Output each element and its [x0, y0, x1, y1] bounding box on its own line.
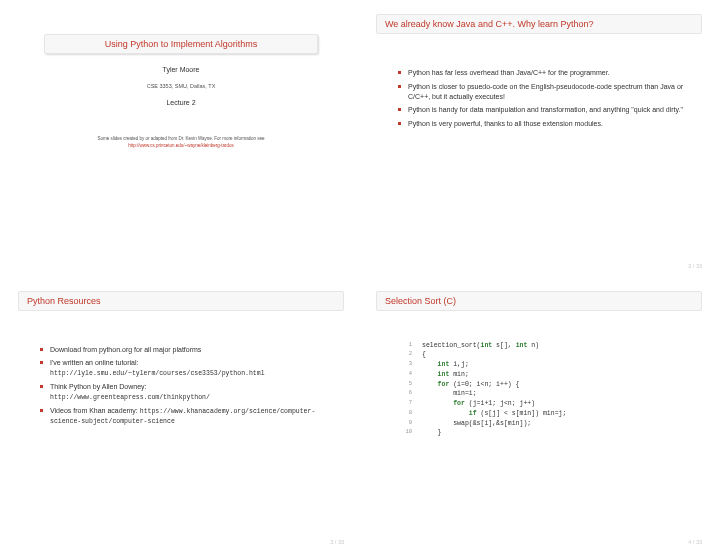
author: Tyler Moore — [4, 66, 358, 73]
code-text: int min; — [422, 371, 469, 378]
code-line: 8 if (s[j] < s[min]) min=j; — [398, 409, 688, 419]
code-line: 1selection_sort(int s[], int n) — [398, 341, 688, 351]
bullet-text: Download from python.org for all major p… — [50, 346, 201, 353]
code-line: 3 int i,j; — [398, 360, 688, 370]
slide3-bullets: Download from python.org for all major p… — [32, 345, 330, 427]
code-text: min=i; — [422, 390, 477, 397]
list-item: I've written an online tutorial: http://… — [40, 358, 330, 378]
slide2-title-bar: We already know Java and C++. Why learn … — [376, 14, 702, 34]
line-number: 3 — [398, 360, 412, 368]
slide-title-bar: Using Python to Implement Algorithms — [44, 34, 318, 54]
page-number: 3 / 33 — [330, 539, 344, 545]
bullet-text: Python is closer to psuedo-code on the E… — [408, 83, 683, 100]
page-number: 2 / 33 — [688, 263, 702, 269]
slide3-title: Python Resources — [27, 296, 101, 306]
code-line: 6 min=i; — [398, 389, 688, 399]
bullet-text: Videos from Khan academy: — [50, 407, 140, 414]
line-number: 7 — [398, 399, 412, 407]
credit-text: Some slides created by or adapted from D… — [97, 136, 264, 141]
slide3-title-bar: Python Resources — [18, 291, 344, 311]
slide-title: Using Python to Implement Algorithms Tyl… — [4, 4, 358, 277]
code-text: { — [422, 351, 426, 358]
code-text: } — [422, 429, 442, 436]
list-item: Python has far less overhead than Java/C… — [398, 68, 688, 78]
code-text: swap(&s[i],&s[min]); — [422, 420, 531, 427]
line-number: 4 — [398, 370, 412, 378]
code-text: int i,j; — [422, 361, 469, 368]
code-text: selection_sort(int s[], int n) — [422, 342, 539, 349]
slide2-title: We already know Java and C++. Why learn … — [385, 19, 593, 29]
code-line: 5 for (i=0; i<n; i++) { — [398, 380, 688, 390]
slide4-title-bar: Selection Sort (C) — [376, 291, 702, 311]
code-block: 1selection_sort(int s[], int n)2{3 int i… — [398, 341, 688, 439]
code-line: 4 int min; — [398, 370, 688, 380]
line-number: 1 — [398, 341, 412, 349]
line-number: 9 — [398, 419, 412, 427]
bullet-text: Python has far less overhead than Java/C… — [408, 69, 610, 76]
code-line: 9 swap(&s[i],&s[min]); — [398, 419, 688, 429]
line-number: 6 — [398, 389, 412, 397]
slide4-title: Selection Sort (C) — [385, 296, 456, 306]
list-item: Download from python.org for all major p… — [40, 345, 330, 355]
code-text: for (j=i+1; j<n; j++) — [422, 400, 535, 407]
code-text: if (s[j] < s[min]) min=j; — [422, 410, 566, 417]
page-number: 4 / 33 — [688, 539, 702, 545]
code-line: 2{ — [398, 350, 688, 360]
credits: Some slides created by or adapted from D… — [4, 136, 358, 150]
line-number: 5 — [398, 380, 412, 388]
list-item: Videos from Khan academy: https://www.kh… — [40, 406, 330, 426]
lecture: Lecture 2 — [4, 99, 358, 106]
slide-why-python: We already know Java and C++. Why learn … — [362, 4, 716, 277]
line-number: 2 — [398, 350, 412, 358]
line-number: 8 — [398, 409, 412, 417]
bullet-text: I've written an online tutorial: — [50, 359, 139, 366]
code-line: 10 } — [398, 428, 688, 438]
resource-link[interactable]: http://lyle.smu.edu/~tylerm/courses/cse3… — [50, 370, 265, 377]
code-text: for (i=0; i<n; i++) { — [422, 381, 520, 388]
list-item: Python is very powerful, thanks to all t… — [398, 119, 688, 129]
slide1-title: Using Python to Implement Algorithms — [105, 39, 258, 49]
bullet-text: Python is very powerful, thanks to all t… — [408, 120, 603, 127]
bullet-text: Python is handy for data manipulation an… — [408, 106, 683, 113]
slide2-bullets: Python has far less overhead than Java/C… — [390, 68, 688, 129]
resource-link[interactable]: http://www.greenteapress.com/thinkpython… — [50, 394, 210, 401]
list-item: Python is closer to psuedo-code on the E… — [398, 82, 688, 102]
slide-resources: Python Resources Download from python.or… — [4, 281, 358, 554]
slide-selection-sort: Selection Sort (C) 1selection_sort(int s… — [362, 281, 716, 554]
course: CSE 3353, SMU, Dallas, TX — [4, 83, 358, 89]
credit-link[interactable]: http://www.cs.princeton.edu/~wayne/klein… — [128, 143, 233, 148]
bullet-text: Think Python by Allen Downey: — [50, 383, 147, 390]
list-item: Python is handy for data manipulation an… — [398, 105, 688, 115]
list-item: Think Python by Allen Downey: http://www… — [40, 382, 330, 402]
code-line: 7 for (j=i+1; j<n; j++) — [398, 399, 688, 409]
line-number: 10 — [398, 428, 412, 436]
